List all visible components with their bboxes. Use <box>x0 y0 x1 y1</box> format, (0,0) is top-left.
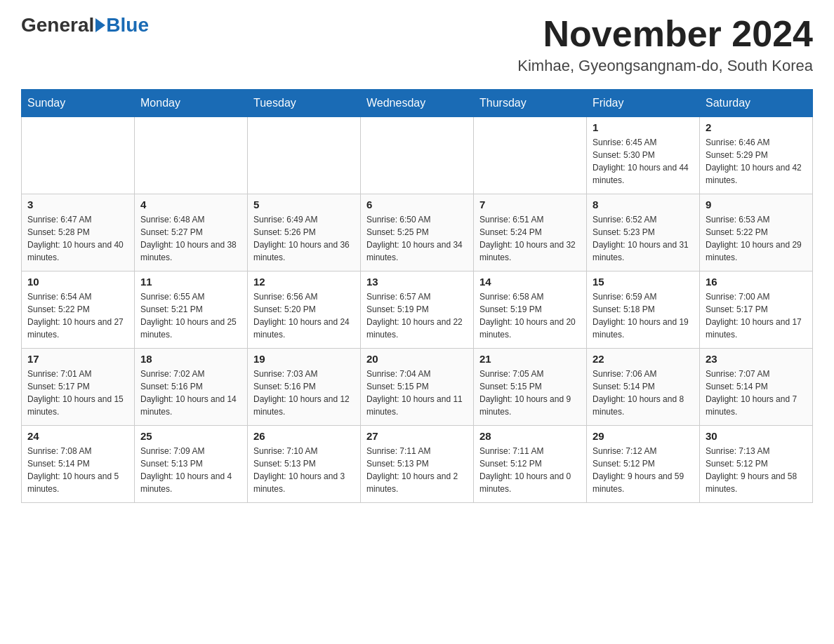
day-info: Sunrise: 6:51 AM Sunset: 5:24 PM Dayligh… <box>479 213 581 264</box>
day-info: Sunrise: 6:57 AM Sunset: 5:19 PM Dayligh… <box>366 290 468 341</box>
logo: General Blue <box>21 14 149 36</box>
day-number: 22 <box>593 353 694 365</box>
day-info: Sunrise: 6:58 AM Sunset: 5:19 PM Dayligh… <box>479 290 581 341</box>
calendar-cell <box>474 117 587 194</box>
day-info: Sunrise: 7:03 AM Sunset: 5:16 PM Dayligh… <box>253 368 355 418</box>
day-number: 20 <box>366 353 468 365</box>
day-number: 25 <box>140 430 241 442</box>
calendar-cell: 2Sunrise: 6:46 AM Sunset: 5:29 PM Daylig… <box>700 117 813 194</box>
day-info: Sunrise: 6:55 AM Sunset: 5:21 PM Dayligh… <box>140 290 241 341</box>
day-number: 13 <box>366 276 468 288</box>
logo-arrow-icon <box>95 18 105 32</box>
day-info: Sunrise: 6:50 AM Sunset: 5:25 PM Dayligh… <box>366 213 468 264</box>
calendar-cell <box>248 117 361 194</box>
day-info: Sunrise: 7:11 AM Sunset: 5:12 PM Dayligh… <box>479 445 581 495</box>
day-info: Sunrise: 6:54 AM Sunset: 5:22 PM Dayligh… <box>27 290 128 341</box>
calendar-cell: 26Sunrise: 7:10 AM Sunset: 5:13 PM Dayli… <box>248 426 361 503</box>
day-number: 12 <box>253 276 355 288</box>
calendar-table: SundayMondayTuesdayWednesdayThursdayFrid… <box>21 89 813 503</box>
column-header-monday: Monday <box>135 90 248 117</box>
day-number: 4 <box>140 199 241 210</box>
calendar-week-2: 3Sunrise: 6:47 AM Sunset: 5:28 PM Daylig… <box>22 194 813 271</box>
day-info: Sunrise: 6:45 AM Sunset: 5:30 PM Dayligh… <box>593 136 694 187</box>
calendar-cell: 12Sunrise: 6:56 AM Sunset: 5:20 PM Dayli… <box>248 271 361 349</box>
calendar-cell: 5Sunrise: 6:49 AM Sunset: 5:26 PM Daylig… <box>248 194 361 271</box>
calendar-cell: 20Sunrise: 7:04 AM Sunset: 5:15 PM Dayli… <box>361 349 474 426</box>
day-info: Sunrise: 7:05 AM Sunset: 5:15 PM Dayligh… <box>479 368 581 418</box>
calendar-header-row: SundayMondayTuesdayWednesdayThursdayFrid… <box>22 90 813 117</box>
calendar-cell: 18Sunrise: 7:02 AM Sunset: 5:16 PM Dayli… <box>135 349 248 426</box>
day-info: Sunrise: 7:04 AM Sunset: 5:15 PM Dayligh… <box>366 368 468 418</box>
calendar-cell: 14Sunrise: 6:58 AM Sunset: 5:19 PM Dayli… <box>474 271 587 349</box>
day-info: Sunrise: 7:07 AM Sunset: 5:14 PM Dayligh… <box>706 368 807 418</box>
column-header-sunday: Sunday <box>22 90 135 117</box>
day-number: 10 <box>27 276 128 288</box>
logo-blue-text: Blue <box>106 14 149 36</box>
column-header-wednesday: Wednesday <box>361 90 474 117</box>
day-number: 18 <box>140 353 241 365</box>
calendar-cell: 11Sunrise: 6:55 AM Sunset: 5:21 PM Dayli… <box>135 271 248 349</box>
day-info: Sunrise: 6:48 AM Sunset: 5:27 PM Dayligh… <box>140 213 241 264</box>
calendar-cell: 21Sunrise: 7:05 AM Sunset: 5:15 PM Dayli… <box>474 349 587 426</box>
day-number: 9 <box>706 199 807 210</box>
column-header-thursday: Thursday <box>474 90 587 117</box>
day-info: Sunrise: 6:53 AM Sunset: 5:22 PM Dayligh… <box>706 213 807 264</box>
column-header-tuesday: Tuesday <box>248 90 361 117</box>
calendar-week-4: 17Sunrise: 7:01 AM Sunset: 5:17 PM Dayli… <box>22 349 813 426</box>
calendar-cell: 1Sunrise: 6:45 AM Sunset: 5:30 PM Daylig… <box>587 117 700 194</box>
day-info: Sunrise: 6:46 AM Sunset: 5:29 PM Dayligh… <box>706 136 807 187</box>
day-number: 15 <box>593 276 694 288</box>
day-number: 24 <box>27 430 128 442</box>
calendar-week-1: 1Sunrise: 6:45 AM Sunset: 5:30 PM Daylig… <box>22 117 813 194</box>
day-info: Sunrise: 7:12 AM Sunset: 5:12 PM Dayligh… <box>593 445 694 495</box>
day-number: 17 <box>27 353 128 365</box>
location-text: Kimhae, Gyeongsangnam-do, South Korea <box>517 57 813 75</box>
day-number: 21 <box>479 353 581 365</box>
logo-blue-part: Blue <box>94 14 149 36</box>
day-info: Sunrise: 7:00 AM Sunset: 5:17 PM Dayligh… <box>706 290 807 341</box>
calendar-cell: 10Sunrise: 6:54 AM Sunset: 5:22 PM Dayli… <box>22 271 135 349</box>
day-number: 29 <box>593 430 694 442</box>
calendar-cell: 28Sunrise: 7:11 AM Sunset: 5:12 PM Dayli… <box>474 426 587 503</box>
day-number: 26 <box>253 430 355 442</box>
day-number: 5 <box>253 199 355 210</box>
day-number: 28 <box>479 430 581 442</box>
calendar-cell: 3Sunrise: 6:47 AM Sunset: 5:28 PM Daylig… <box>22 194 135 271</box>
day-number: 14 <box>479 276 581 288</box>
calendar-cell <box>22 117 135 194</box>
column-header-friday: Friday <box>587 90 700 117</box>
day-info: Sunrise: 7:09 AM Sunset: 5:13 PM Dayligh… <box>140 445 241 495</box>
calendar-cell: 15Sunrise: 6:59 AM Sunset: 5:18 PM Dayli… <box>587 271 700 349</box>
day-number: 27 <box>366 430 468 442</box>
calendar-cell: 9Sunrise: 6:53 AM Sunset: 5:22 PM Daylig… <box>700 194 813 271</box>
calendar-cell: 8Sunrise: 6:52 AM Sunset: 5:23 PM Daylig… <box>587 194 700 271</box>
day-info: Sunrise: 6:56 AM Sunset: 5:20 PM Dayligh… <box>253 290 355 341</box>
calendar-cell: 6Sunrise: 6:50 AM Sunset: 5:25 PM Daylig… <box>361 194 474 271</box>
calendar-cell: 4Sunrise: 6:48 AM Sunset: 5:27 PM Daylig… <box>135 194 248 271</box>
day-info: Sunrise: 7:06 AM Sunset: 5:14 PM Dayligh… <box>593 368 694 418</box>
day-info: Sunrise: 6:47 AM Sunset: 5:28 PM Dayligh… <box>27 213 128 264</box>
day-info: Sunrise: 7:02 AM Sunset: 5:16 PM Dayligh… <box>140 368 241 418</box>
day-number: 2 <box>706 121 807 133</box>
day-info: Sunrise: 7:01 AM Sunset: 5:17 PM Dayligh… <box>27 368 128 418</box>
calendar-week-3: 10Sunrise: 6:54 AM Sunset: 5:22 PM Dayli… <box>22 271 813 349</box>
calendar-cell <box>361 117 474 194</box>
calendar-cell: 29Sunrise: 7:12 AM Sunset: 5:12 PM Dayli… <box>587 426 700 503</box>
page-header: General Blue November 2024 Kimhae, Gyeon… <box>21 14 813 75</box>
calendar-cell: 23Sunrise: 7:07 AM Sunset: 5:14 PM Dayli… <box>700 349 813 426</box>
logo-general-text: General <box>21 14 94 36</box>
calendar-cell: 7Sunrise: 6:51 AM Sunset: 5:24 PM Daylig… <box>474 194 587 271</box>
day-number: 6 <box>366 199 468 210</box>
calendar-cell: 30Sunrise: 7:13 AM Sunset: 5:12 PM Dayli… <box>700 426 813 503</box>
day-info: Sunrise: 7:08 AM Sunset: 5:14 PM Dayligh… <box>27 445 128 495</box>
calendar-cell: 17Sunrise: 7:01 AM Sunset: 5:17 PM Dayli… <box>22 349 135 426</box>
day-number: 1 <box>593 121 694 133</box>
calendar-cell <box>135 117 248 194</box>
day-number: 30 <box>706 430 807 442</box>
calendar-cell: 27Sunrise: 7:11 AM Sunset: 5:13 PM Dayli… <box>361 426 474 503</box>
calendar-cell: 13Sunrise: 6:57 AM Sunset: 5:19 PM Dayli… <box>361 271 474 349</box>
day-info: Sunrise: 7:13 AM Sunset: 5:12 PM Dayligh… <box>706 445 807 495</box>
day-info: Sunrise: 6:52 AM Sunset: 5:23 PM Dayligh… <box>593 213 694 264</box>
day-number: 23 <box>706 353 807 365</box>
calendar-cell: 25Sunrise: 7:09 AM Sunset: 5:13 PM Dayli… <box>135 426 248 503</box>
